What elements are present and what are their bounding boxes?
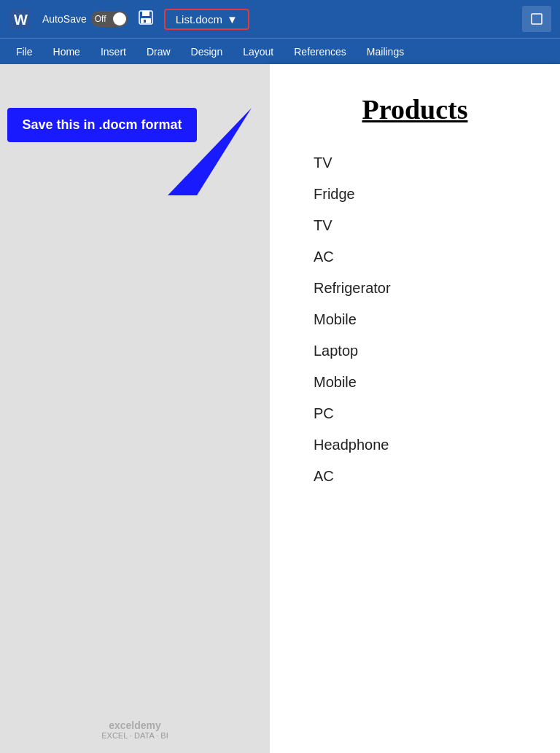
list-item: Mobile — [314, 367, 516, 398]
product-list: TVFridgeTVACRefrigeratorMobileLaptopMobi… — [314, 147, 516, 492]
title-bar: W AutoSave Off List.docm ▼ — [0, 0, 560, 38]
menu-home[interactable]: Home — [43, 43, 90, 61]
filename-text: List.docm — [176, 13, 222, 26]
list-item: AC — [314, 461, 516, 492]
save-icon[interactable] — [138, 9, 154, 29]
list-item: Headphone — [314, 429, 516, 461]
list-item: Mobile — [314, 304, 516, 335]
svg-text:W: W — [14, 12, 28, 28]
maximize-button[interactable] — [522, 6, 551, 32]
toggle-knob — [113, 12, 126, 26]
menu-references[interactable]: References — [284, 43, 357, 61]
branding-tagline: EXCEL · DATA · BI — [101, 731, 168, 740]
menu-bar: File Home Insert Draw Design Layout Refe… — [0, 38, 560, 64]
menu-file[interactable]: File — [6, 43, 43, 61]
word-icon: W — [9, 7, 32, 31]
list-item: TV — [314, 147, 516, 179]
list-item: TV — [314, 210, 516, 241]
filename-arrow: ▼ — [227, 13, 238, 26]
autosave-toggle[interactable]: Off — [91, 11, 128, 27]
callout-text: Save this in .docm format — [22, 117, 182, 132]
menu-layout[interactable]: Layout — [233, 43, 284, 61]
menu-design[interactable]: Design — [181, 43, 233, 61]
branding: exceldemy EXCEL · DATA · BI — [101, 719, 168, 740]
left-panel: Save this in .docm format exceldemy EXCE… — [0, 64, 270, 753]
main-area: Save this in .docm format exceldemy EXCE… — [0, 64, 560, 753]
callout-box: Save this in .docm format — [7, 108, 197, 142]
list-item: AC — [314, 241, 516, 273]
menu-mailings[interactable]: Mailings — [357, 43, 414, 61]
autosave-area: AutoSave Off — [42, 11, 128, 27]
list-item: Fridge — [314, 179, 516, 210]
svg-rect-3 — [142, 11, 149, 16]
svg-rect-6 — [532, 14, 542, 24]
document-area: Products TVFridgeTVACRefrigeratorMobileL… — [270, 64, 560, 753]
menu-draw[interactable]: Draw — [136, 43, 181, 61]
list-item: Laptop — [314, 335, 516, 367]
list-item: PC — [314, 398, 516, 429]
document-title: Products — [314, 93, 516, 125]
svg-rect-5 — [144, 20, 146, 23]
autosave-label: AutoSave — [42, 13, 87, 25]
toggle-off-label: Off — [95, 14, 106, 24]
branding-name: exceldemy — [101, 719, 168, 731]
filename-button[interactable]: List.docm ▼ — [164, 9, 249, 30]
list-item: Refrigerator — [314, 273, 516, 304]
callout-container: Save this in .docm format — [7, 108, 270, 142]
menu-insert[interactable]: Insert — [90, 43, 136, 61]
